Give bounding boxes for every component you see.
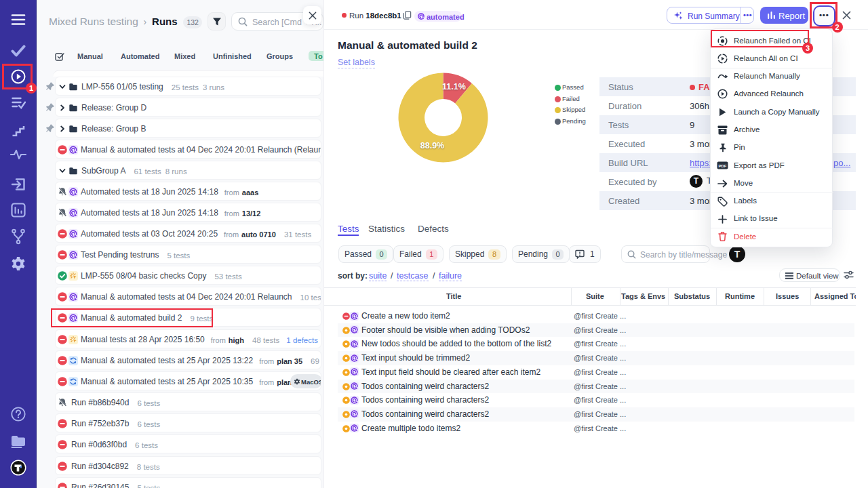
svg-text:11.1%: 11.1% — [442, 82, 466, 92]
svg-text:PDF: PDF — [719, 164, 727, 168]
svg-text:88.9%: 88.9% — [420, 141, 444, 150]
